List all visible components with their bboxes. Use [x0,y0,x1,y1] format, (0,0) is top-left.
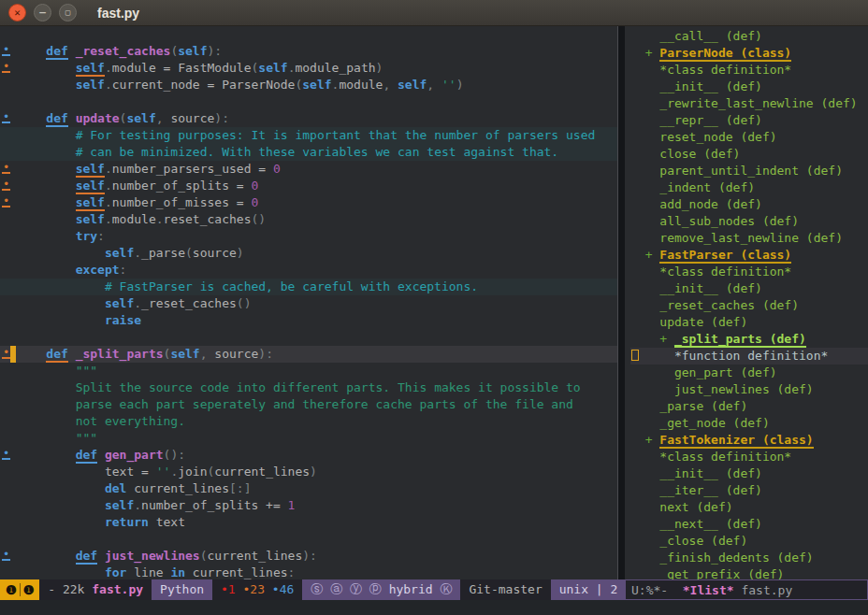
sidebar-buffer-name: *Ilist* [683,580,734,600]
outline-item[interactable]: parent_until_indent (def) [630,163,868,179]
code-text: self.number_of_misses = 0 [17,194,258,211]
outline-item[interactable]: _reset_caches (def) [630,297,868,314]
code-line[interactable] [0,93,617,110]
code-line[interactable]: self.current_node = ParserNode(self.modu… [0,77,617,93]
outline-item[interactable]: + FastTokenizer (class) [630,432,868,449]
code-line[interactable]: • self.number_of_misses = 0 [0,194,617,211]
outline-item[interactable]: + _split_parts (def) [630,331,868,348]
echo-area[interactable] [0,600,868,615]
code-line[interactable]: Split the source code into different par… [0,379,617,396]
buffer-status-flags: U:%*- [631,580,668,600]
outline-item[interactable]: add_node (def) [630,196,868,213]
code-line[interactable]: • def gen_part(): [0,447,617,464]
code-line[interactable]: self._parse(source) [0,245,617,262]
outline-item[interactable]: __iter__ (def) [630,482,868,499]
outline-item-label: _indent (def) [659,180,755,194]
buffer-info-segment[interactable]: - 22k fast.py [39,579,152,600]
outline-item[interactable]: *class definition* [630,62,868,79]
fringe [0,497,17,514]
indent [630,96,659,110]
outline-item[interactable]: __init__ (def) [630,465,868,482]
outline-item[interactable]: *function definition* [630,348,868,365]
code-line[interactable]: text = ''.join(current_lines) [0,464,617,480]
code-line[interactable]: • def update(self, source): [0,110,617,127]
indent [630,130,659,144]
outline-item[interactable]: _get_node (def) [630,415,868,432]
outline-item[interactable]: _get_prefix (def) [630,566,868,579]
outline-item[interactable]: remove_last_newline (def) [630,230,868,247]
fringe [0,480,17,497]
code-line[interactable]: self.module.reset_caches() [0,211,617,228]
outline-item[interactable]: __call__ (def) [630,28,868,45]
outline-item[interactable]: all_sub_nodes (def) [630,213,868,230]
code-line[interactable]: • self.number_parsers_used = 0 [0,161,617,178]
outline-item[interactable]: update (def) [630,314,868,331]
outline-item[interactable]: reset_node (def) [630,129,868,146]
code-line[interactable]: try: [0,228,617,245]
modeline-sidebar-window[interactable]: U:%*- *Ilist* fast.py [625,579,868,600]
outline-item[interactable]: gen_part (def) [630,365,868,381]
outline-item[interactable]: __init__ (def) [630,79,868,95]
code-line[interactable]: self.number_of_splits += 1 [0,497,617,514]
flycheck-segment[interactable]: •1 •23 •46 [212,579,302,600]
code-line[interactable] [0,531,617,548]
code-text: parse each part seperately and therefore… [17,396,573,413]
code-line[interactable]: parse each part seperately and therefore… [0,396,617,413]
outline-item-label: __call__ (def) [659,29,762,43]
code-editor[interactable]: • def _reset_caches(self):• self.module … [0,26,617,579]
code-line[interactable]: """ [0,363,617,379]
code-line[interactable] [0,26,617,43]
outline-item[interactable]: _indent (def) [630,179,868,196]
outline-sidebar[interactable]: __call__ (def) + ParserNode (class) *cla… [625,26,868,579]
outline-item[interactable]: _finish_dedents (def) [630,550,868,566]
outline-item[interactable]: close (def) [630,146,868,163]
maximize-button[interactable]: ▢ [59,4,77,21]
window-number-segment[interactable]: ❶❶ [0,579,39,600]
outline-item[interactable]: _parse (def) [630,398,868,415]
outline-item[interactable]: _close (def) [630,533,868,550]
outline-item[interactable]: *class definition* [630,449,868,465]
code-line[interactable]: # FastParser is cached, be careful with … [0,279,617,295]
code-line[interactable]: raise [0,312,617,329]
expand-icon[interactable]: + [645,46,660,60]
titlebar[interactable]: ✕ — ▢ fast.py [0,0,868,26]
outline-item[interactable]: _rewrite_last_newline (def) [630,95,868,112]
code-line[interactable]: • self.number_of_splits = 0 [0,178,617,194]
encoding-segment[interactable]: unix | 2 [551,579,625,600]
minimize-button[interactable]: — [34,4,51,21]
expand-icon[interactable]: + [645,248,660,262]
outline-item[interactable]: + FastParser (class) [630,247,868,264]
outline-item[interactable]: __next__ (def) [630,516,868,533]
code-line[interactable]: # For testing purposes: It is important … [0,127,617,144]
outline-item[interactable]: __repr__ (def) [630,112,868,129]
expand-icon[interactable]: + [659,332,674,346]
code-line[interactable]: • def _reset_caches(self): [0,43,617,60]
code-line[interactable]: • def just_newlines(current_lines): [0,548,617,565]
code-line[interactable]: # can be minimized. With these variables… [0,144,617,161]
code-line[interactable] [0,329,617,346]
window-divider[interactable] [617,26,625,579]
code-text: try: [17,228,105,245]
code-line[interactable]: del current_lines[:] [0,480,617,497]
code-line[interactable]: except: [0,262,617,279]
outline-item[interactable]: next (def) [630,499,868,516]
code-text: return text [17,514,185,531]
expand-icon[interactable]: + [645,433,660,447]
fringe [0,295,17,312]
code-line[interactable]: return text [0,514,617,531]
code-line[interactable]: • self.module = FastModule(self.module_p… [0,60,617,77]
spacer [734,580,742,600]
version-control-segment[interactable]: Git-master [460,579,550,600]
outline-item[interactable]: just_newlines (def) [630,381,868,398]
code-line[interactable]: self._reset_caches() [0,295,617,312]
code-line[interactable]: """ [0,430,617,447]
outline-item[interactable]: __init__ (def) [630,280,868,297]
close-button[interactable]: ✕ [8,4,26,21]
major-mode-segment[interactable]: Python [152,579,212,600]
code-line[interactable]: not everything. [0,413,617,430]
outline-item[interactable]: *class definition* [630,264,868,280]
code-line[interactable]: for line in current_lines: [0,565,617,579]
outline-item[interactable]: + ParserNode (class) [630,45,868,62]
code-line[interactable]: • def _split_parts(self, source): [0,346,617,363]
minor-modes-segment[interactable]: ⓢ ⓐ ⓨ ⓟ hybrid Ⓚ [302,579,460,600]
